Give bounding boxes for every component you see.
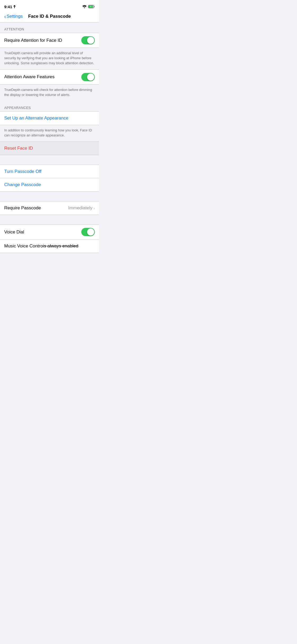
- wifi-icon: [82, 5, 87, 8]
- voice-dial-row[interactable]: Voice Dial: [0, 225, 99, 240]
- change-passcode-row[interactable]: Change Passcode: [0, 178, 99, 191]
- require-passcode-label: Require Passcode: [4, 205, 68, 211]
- back-button[interactable]: ‹ Settings: [4, 14, 23, 19]
- require-passcode-row[interactable]: Require Passcode Immediately ›: [0, 201, 99, 215]
- gap-1: [0, 155, 99, 165]
- page-title: Face ID & Passcode: [28, 14, 71, 19]
- back-label: Settings: [7, 14, 23, 19]
- set-up-alternate-row[interactable]: Set Up an Alternate Appearance: [0, 112, 99, 125]
- change-passcode-label: Change Passcode: [4, 182, 41, 187]
- status-icons: [82, 5, 95, 8]
- require-passcode-value: Immediately ›: [68, 205, 95, 211]
- svg-rect-2: [94, 6, 95, 7]
- section-header-appearances: APPEARANCES: [0, 101, 99, 111]
- attention-aware-toggle[interactable]: [81, 73, 95, 81]
- appearances-group: Set Up an Alternate Appearance: [0, 111, 99, 125]
- voice-dial-group: Voice Dial Music Voice Controis always e…: [0, 224, 99, 253]
- gap-3: [0, 215, 99, 224]
- require-attention-row[interactable]: Require Attention for Face ID: [0, 33, 99, 48]
- attention-group: Require Attention for Face ID: [0, 33, 99, 48]
- status-bar: 9:41: [0, 0, 99, 12]
- battery-icon: [88, 5, 95, 8]
- reset-face-id-label: Reset Face ID: [4, 146, 33, 151]
- music-voice-control-label: Music Voice Controis always enabled: [4, 243, 95, 249]
- nav-bar: ‹ Settings Face ID & Passcode: [0, 12, 99, 22]
- alternate-description: In addition to continuously learning how…: [0, 125, 99, 142]
- location-icon: [13, 5, 16, 8]
- turn-passcode-off-label: Turn Passcode Off: [4, 169, 41, 174]
- set-up-alternate-label: Set Up an Alternate Appearance: [4, 116, 68, 121]
- require-passcode-current-value: Immediately: [68, 205, 92, 211]
- voice-dial-label: Voice Dial: [4, 229, 81, 235]
- reset-faceid-group: Reset Face ID: [0, 142, 99, 155]
- music-voice-control-row[interactable]: Music Voice Controis always enabled: [0, 240, 99, 253]
- attention-aware-description: TrueDepth camera will check for attentio…: [0, 85, 99, 101]
- back-chevron-icon: ‹: [4, 14, 6, 19]
- time-display: 9:41: [4, 4, 12, 9]
- status-time: 9:41: [4, 4, 16, 9]
- reset-face-id-row[interactable]: Reset Face ID: [0, 142, 99, 155]
- turn-passcode-off-row[interactable]: Turn Passcode Off: [0, 165, 99, 178]
- passcode-group: Turn Passcode Off Change Passcode: [0, 165, 99, 192]
- attention-aware-group: Attention Aware Features: [0, 70, 99, 85]
- require-attention-toggle[interactable]: [81, 36, 95, 44]
- section-header-attention: ATTENTION: [0, 22, 99, 33]
- require-attention-description: TrueDepth camera will provide an additio…: [0, 48, 99, 70]
- music-voice-control-strikethrough: is always enabled: [43, 243, 78, 249]
- require-attention-label: Require Attention for Face ID: [4, 38, 81, 43]
- attention-aware-label: Attention Aware Features: [4, 74, 81, 80]
- gap-2: [0, 192, 99, 201]
- attention-aware-row[interactable]: Attention Aware Features: [0, 70, 99, 84]
- chevron-right-icon: ›: [93, 206, 95, 210]
- require-passcode-group: Require Passcode Immediately ›: [0, 201, 99, 215]
- voice-dial-toggle[interactable]: [81, 228, 95, 236]
